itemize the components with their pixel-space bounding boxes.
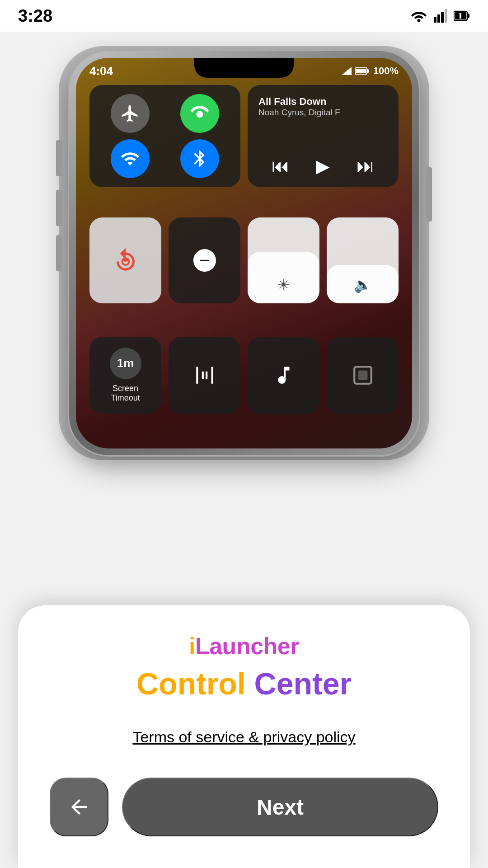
phone-time: 4:04: [89, 64, 113, 78]
battery-icon: [454, 9, 470, 22]
cc-row2: ☀ 🔈: [89, 217, 399, 303]
phone-outer: 4:04 100%: [68, 50, 420, 457]
status-icons: [410, 9, 470, 23]
phone-inner: 4:04 100%: [76, 58, 412, 448]
cc-extra-btn-1[interactable]: [169, 337, 240, 414]
cc-row1: All Falls Down Noah Cyrus, Digital F ⏮ ▶…: [89, 85, 399, 184]
next-button[interactable]: Next: [122, 778, 438, 836]
music-controls[interactable]: ⏮ ▶ ⏭: [258, 156, 388, 176]
brightness-slider[interactable]: ☀: [248, 217, 319, 303]
cc-connectivity: [89, 85, 240, 187]
signal-icon: [434, 9, 447, 23]
control-center: All Falls Down Noah Cyrus, Digital F ⏮ ▶…: [89, 85, 399, 439]
svg-rect-11: [356, 69, 366, 73]
brightness-icon: ☀: [277, 276, 290, 293]
phone-status-right: 100%: [342, 65, 399, 77]
svg-rect-0: [434, 17, 436, 23]
svg-rect-1: [437, 14, 440, 23]
play-btn[interactable]: ▶: [316, 156, 330, 176]
volume-icon: 🔈: [354, 276, 372, 293]
wifi-icon: [410, 9, 427, 23]
do-not-disturb-btn[interactable]: [169, 217, 240, 303]
svg-rect-13: [123, 258, 128, 262]
svg-rect-5: [467, 14, 469, 18]
bluetooth-btn[interactable]: [180, 139, 219, 178]
music-artist: Noah Cyrus, Digital F: [258, 108, 388, 118]
back-button[interactable]: [50, 778, 108, 836]
svg-rect-10: [367, 69, 369, 73]
phone-notch: [194, 58, 294, 78]
app-title-launcher: Launcher: [195, 633, 299, 659]
music-info: All Falls Down Noah Cyrus, Digital F: [258, 96, 388, 118]
cc-extra-btn-2[interactable]: [248, 337, 319, 414]
lock-rotation-btn[interactable]: [89, 217, 161, 303]
svg-marker-8: [342, 67, 352, 75]
hotspot-btn[interactable]: [180, 94, 219, 133]
app-subtitle: Control Center: [136, 666, 352, 701]
svg-rect-15: [358, 370, 367, 380]
next-button-label: Next: [257, 795, 304, 820]
cc-extra-btn-3[interactable]: [327, 337, 399, 414]
status-bar: 3:28: [0, 0, 488, 32]
fast-forward-btn[interactable]: ⏭: [357, 156, 375, 176]
phone-signal-icon: [342, 67, 352, 75]
app-title: iLauncher: [189, 632, 299, 660]
timeout-label: ScreenTimeout: [111, 384, 140, 403]
app-title-i: i: [189, 633, 195, 659]
volume-slider[interactable]: 🔈: [327, 217, 399, 303]
terms-link[interactable]: Terms of service & privacy policy: [132, 728, 355, 746]
subtitle-control: Control: [136, 666, 246, 701]
svg-rect-3: [445, 9, 447, 23]
screen-timeout-btn[interactable]: 1m ScreenTimeout: [89, 337, 161, 414]
subtitle-center: Center: [254, 666, 352, 701]
main-content: 4:04 100%: [0, 32, 488, 868]
music-title: All Falls Down: [258, 96, 388, 108]
rewind-btn[interactable]: ⏮: [272, 156, 290, 176]
phone-mockup: 4:04 100%: [68, 50, 420, 457]
card-buttons: Next: [50, 778, 438, 836]
phone-battery-icon: [355, 67, 370, 75]
cc-row3: 1m ScreenTimeout: [89, 337, 399, 414]
music-player: All Falls Down Noah Cyrus, Digital F ⏮ ▶…: [248, 85, 399, 187]
airplane-btn[interactable]: [111, 94, 150, 133]
timeout-value: 1m: [110, 348, 141, 379]
svg-rect-7: [460, 13, 461, 19]
bottom-card: iLauncher Control Center Terms of servic…: [18, 605, 470, 868]
status-time: 3:28: [18, 6, 52, 26]
wifi-btn[interactable]: [111, 139, 150, 178]
phone-battery-text: 100%: [373, 65, 399, 77]
svg-rect-2: [441, 12, 444, 23]
